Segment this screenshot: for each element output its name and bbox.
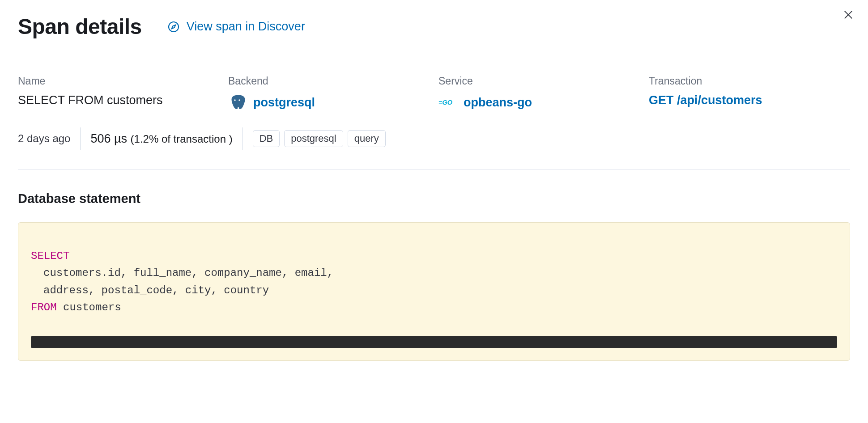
db-statement-title: Database statement — [18, 191, 850, 206]
span-details-flyout: Span details View span in Discover Name … — [0, 0, 868, 379]
sql-line: address, postal_code, city, country — [31, 282, 837, 299]
transaction-link[interactable]: GET /api/customers — [649, 93, 762, 107]
sql-keyword: FROM — [31, 301, 57, 313]
go-icon: =GO — [438, 93, 456, 111]
db-statement-codeblock[interactable]: SELECT customers.id, full_name, company_… — [18, 222, 850, 361]
svg-point-3 — [234, 99, 236, 101]
meta-label: Name — [18, 75, 219, 87]
duration-value: 506 µs — [90, 132, 127, 145]
service-value: opbeans-go — [464, 96, 532, 110]
sql-line: FROM customers — [31, 299, 837, 316]
flyout-body: Name SELECT FROM customers Backend postg… — [0, 57, 868, 379]
meta-name: Name SELECT FROM customers — [18, 75, 219, 113]
separator — [80, 127, 81, 150]
backend-value: postgresql — [253, 96, 315, 110]
compass-icon — [167, 20, 180, 34]
sql-columns: address, postal_code, city, country — [31, 282, 269, 299]
duration: 506 µs (1.2% of transaction ) — [90, 132, 232, 146]
svg-text:=GO: =GO — [438, 99, 453, 106]
page-title: Span details — [18, 14, 142, 39]
sql-columns: customers.id, full_name, company_name, e… — [31, 265, 333, 282]
badge-action: query — [348, 130, 386, 147]
divider — [18, 169, 850, 170]
separator — [243, 127, 243, 150]
sql-line: customers.id, full_name, company_name, e… — [31, 265, 837, 282]
span-name-value: SELECT FROM customers — [18, 93, 219, 107]
svg-point-4 — [238, 99, 240, 101]
duration-pct: (1.2% of transaction ) — [131, 133, 233, 145]
info-row: 2 days ago 506 µs (1.2% of transaction )… — [18, 127, 850, 150]
meta-label: Service — [438, 75, 640, 87]
postgresql-icon — [228, 93, 246, 111]
type-badges: DB postgresql query — [253, 130, 386, 147]
discover-link-label: View span in Discover — [187, 20, 305, 34]
meta-label: Backend — [228, 75, 430, 87]
meta-backend: Backend postgresql — [228, 75, 430, 113]
backend-link[interactable]: postgresql — [228, 93, 315, 111]
meta-service: Service =GO opbeans-go — [438, 75, 640, 113]
view-in-discover-link[interactable]: View span in Discover — [167, 20, 305, 34]
svg-point-2 — [169, 21, 179, 31]
meta-transaction: Transaction GET /api/customers — [649, 75, 850, 113]
badge-db: DB — [253, 130, 280, 147]
transaction-value: GET /api/customers — [649, 93, 762, 107]
badge-subtype: postgresql — [284, 130, 343, 147]
sql-keyword: SELECT — [31, 250, 69, 262]
service-link[interactable]: =GO opbeans-go — [438, 93, 532, 111]
meta-label: Transaction — [649, 75, 850, 87]
meta-grid: Name SELECT FROM customers Backend postg… — [18, 75, 850, 113]
flyout-header: Span details View span in Discover — [0, 0, 868, 57]
sql-table: customers — [57, 301, 121, 313]
sql-line: SELECT — [31, 248, 837, 265]
timestamp: 2 days ago — [18, 132, 70, 145]
horizontal-scrollbar[interactable] — [31, 336, 837, 348]
